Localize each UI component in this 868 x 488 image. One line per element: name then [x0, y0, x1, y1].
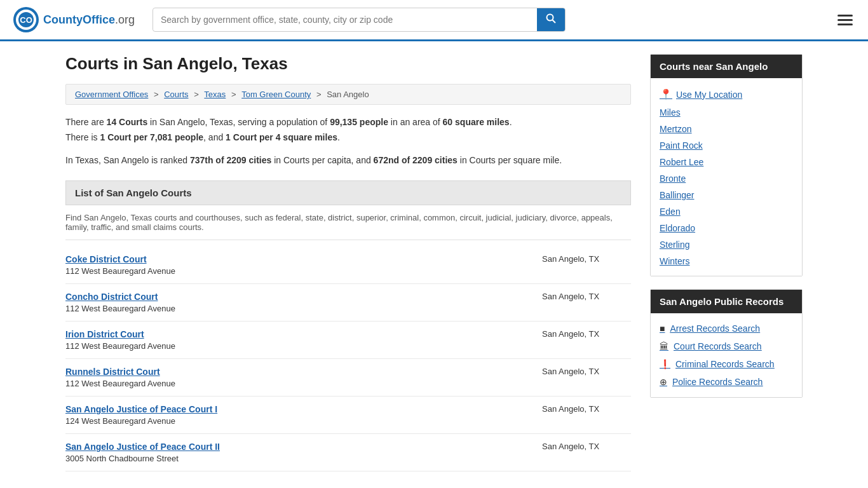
menu-bar-2 [837, 19, 853, 21]
search-area [153, 8, 566, 32]
nearby-city-link[interactable]: Eldorado [660, 220, 793, 236]
pr-icon: ⊕ [660, 377, 667, 387]
nearby-city-link[interactable]: Mertzon [660, 121, 793, 137]
court-city: San Angelo, TX [542, 367, 631, 376]
breadcrumb-sep-1: > [154, 90, 161, 99]
search-input[interactable] [153, 10, 537, 30]
court-address: 112 West Beauregard Avenue [65, 304, 175, 313]
logo-area: CO CountyOffice.org [13, 6, 140, 33]
court-address: 112 West Beauregard Avenue [65, 341, 175, 351]
search-button[interactable] [537, 8, 565, 31]
nearby-links: MilesMertzonPaint RockRobert LeeBronteBa… [660, 104, 793, 269]
table-row: San Angelo Justice of Peace Court II 300… [65, 434, 631, 471]
breadcrumb-sep-2: > [194, 90, 201, 99]
site-header: CO CountyOffice.org [0, 0, 868, 41]
pr-label: Police Records Search [672, 377, 763, 387]
court-name-link[interactable]: Coke District Court [65, 254, 147, 264]
pr-icon: 🏛 [660, 341, 668, 351]
nearby-city-link[interactable]: Eden [660, 203, 793, 220]
table-row: San Angelo Justice of Peace Court I 124 … [65, 396, 631, 434]
public-records-header: San Angelo Public Records [651, 290, 802, 313]
svg-line-5 [553, 20, 556, 24]
svg-point-4 [547, 15, 553, 21]
public-records-body: ■Arrest Records Search🏛Court Records Sea… [651, 313, 802, 397]
court-address: 124 West Beauregard Avenue [65, 416, 175, 426]
breadcrumb-sep-3: > [231, 90, 238, 99]
nearby-city-link[interactable]: Ballinger [660, 187, 793, 203]
nearby-city-link[interactable]: Sterling [660, 236, 793, 253]
logo-text: CountyOffice [43, 13, 115, 26]
public-records-links: ■Arrest Records Search🏛Court Records Sea… [660, 320, 793, 391]
nearby-city-link[interactable]: Miles [660, 104, 793, 121]
svg-text:CO: CO [20, 15, 32, 25]
menu-button[interactable] [835, 12, 855, 28]
court-name-link[interactable]: San Angelo Justice of Peace Court I [65, 404, 217, 414]
stats-text: There are 14 Courts in San Angelo, Texas… [65, 115, 631, 146]
main-content: Courts in San Angelo, Texas Government O… [65, 54, 631, 471]
public-record-link[interactable]: 🏛Court Records Search [660, 337, 793, 355]
pr-icon: ❗ [660, 359, 670, 369]
use-location-label: Use My Location [676, 90, 742, 100]
public-record-link[interactable]: ■Arrest Records Search [660, 320, 793, 337]
public-record-link[interactable]: ❗Criminal Records Search [660, 355, 793, 373]
court-city: San Angelo, TX [542, 329, 631, 339]
breadcrumb-texas[interactable]: Texas [204, 90, 226, 99]
menu-bar-3 [837, 24, 853, 25]
breadcrumb: Government Offices > Courts > Texas > To… [65, 84, 631, 105]
court-city: San Angelo, TX [542, 254, 631, 264]
court-address: 112 West Beauregard Avenue [65, 379, 175, 388]
court-name-link[interactable]: Irion District Court [65, 329, 144, 339]
use-location-link[interactable]: 📍 Use My Location [660, 85, 793, 104]
nearby-city-link[interactable]: Bronte [660, 170, 793, 187]
court-address: 112 West Beauregard Avenue [65, 266, 175, 276]
page-title: Courts in San Angelo, Texas [65, 54, 631, 74]
court-city: San Angelo, TX [542, 442, 631, 451]
breadcrumb-city: San Angelo [327, 90, 369, 99]
nearby-city-link[interactable]: Robert Lee [660, 154, 793, 170]
pr-label: Arrest Records Search [670, 323, 760, 334]
breadcrumb-gov[interactable]: Government Offices [75, 90, 148, 99]
table-row: Coke District Court 112 West Beauregard … [65, 247, 631, 284]
public-record-link[interactable]: ⊕Police Records Search [660, 373, 793, 391]
table-row: Concho District Court 112 West Beauregar… [65, 284, 631, 322]
courts-nearby-body: 📍 Use My Location MilesMertzonPaint Rock… [651, 78, 802, 276]
pr-icon: ■ [660, 323, 665, 334]
logo-org: .org [115, 13, 135, 26]
pr-label: Court Records Search [674, 341, 762, 351]
breadcrumb-county[interactable]: Tom Green County [241, 90, 311, 99]
logo-icon: CO [13, 6, 39, 33]
courts-nearby-header: Courts near San Angelo [651, 55, 802, 78]
courts-list: Coke District Court 112 West Beauregard … [65, 247, 631, 471]
court-name-link[interactable]: Runnels District Court [65, 367, 160, 377]
pr-label: Criminal Records Search [675, 359, 775, 369]
rank-text: In Texas, San Angelo is ranked 737th of … [65, 153, 631, 168]
nearby-city-link[interactable]: Winters [660, 253, 793, 269]
table-row: Irion District Court 112 West Beauregard… [65, 322, 631, 359]
nearby-city-link[interactable]: Paint Rock [660, 137, 793, 154]
table-row: Runnels District Court 112 West Beaurega… [65, 359, 631, 396]
list-header: List of San Angelo Courts [65, 180, 631, 205]
court-address: 3005 North Chadbourne Street [65, 454, 179, 463]
location-icon: 📍 [660, 88, 672, 100]
sidebar: Courts near San Angelo 📍 Use My Location… [650, 54, 803, 471]
public-records-section: San Angelo Public Records ■Arrest Record… [650, 289, 803, 398]
court-name-link[interactable]: San Angelo Justice of Peace Court II [65, 442, 220, 452]
court-city: San Angelo, TX [542, 292, 631, 301]
menu-bar-1 [837, 15, 853, 17]
court-city: San Angelo, TX [542, 404, 631, 414]
list-description: Find San Angelo, Texas courts and courth… [65, 205, 631, 240]
court-name-link[interactable]: Concho District Court [65, 292, 158, 302]
search-icon [546, 13, 556, 24]
courts-nearby-section: Courts near San Angelo 📍 Use My Location… [650, 54, 803, 276]
breadcrumb-sep-4: > [316, 90, 323, 99]
content-wrapper: Courts in San Angelo, Texas Government O… [53, 41, 815, 484]
breadcrumb-courts[interactable]: Courts [164, 90, 188, 99]
